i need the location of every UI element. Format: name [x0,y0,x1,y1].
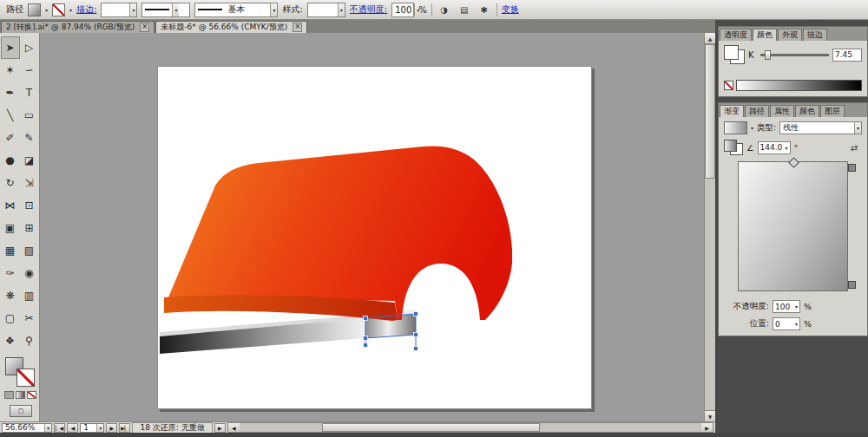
close-icon[interactable]: × [293,23,302,32]
none-button[interactable] [27,391,36,399]
pen-tool-icon[interactable]: ✒ [1,82,20,104]
status-flyout-icon[interactable]: ▶ [214,423,226,433]
dropdown-arrow-icon[interactable]: ▾ [795,321,798,327]
perspective-grid-tool-icon[interactable]: ⊞ [20,217,39,239]
blend-tool-icon[interactable]: ◉ [20,262,39,284]
k-slider[interactable] [760,49,829,60]
stroke-dropdown-icon[interactable]: ▾ [69,7,72,13]
color-button[interactable] [4,391,14,399]
dropdown-arrow-icon[interactable]: ▾ [270,3,277,16]
k-slider-thumb[interactable] [765,50,771,60]
opacity-field[interactable]: 100 ▾ [391,3,414,17]
scale-tool-icon[interactable]: ⇲ [20,172,39,194]
scroll-right-icon[interactable]: ▶ [701,423,713,432]
dropdown-arrow-icon[interactable]: ▾ [96,424,103,432]
none-color-swatch[interactable] [724,81,733,90]
direct-selection-tool-icon[interactable]: ▷ [20,36,39,59]
eraser-tool-icon[interactable]: ◪ [20,149,39,172]
symbol-sprayer-tool-icon[interactable]: ❋ [1,284,20,307]
rectangle-tool-icon[interactable]: ▭ [20,104,39,127]
width-tool-icon[interactable]: ⋈ [1,194,20,217]
transform-link[interactable]: 变换 [502,3,519,16]
gradient-tool-icon[interactable]: ▧ [20,239,39,262]
opacity-link[interactable]: 不透明度: [350,3,387,16]
anchor-point[interactable] [364,343,368,348]
anchor-point[interactable] [364,316,368,321]
reverse-gradient-icon[interactable]: ⇄ [846,140,862,155]
red-shape-body[interactable] [168,146,512,320]
graphic-style-dropdown[interactable]: ▾ [307,3,345,17]
artboard-number-field[interactable]: 1 ▾ [80,423,104,433]
column-graph-tool-icon[interactable]: ▥ [20,284,39,307]
gradient-ramp-preview[interactable] [738,161,848,291]
brush-definition-dropdown[interactable]: 基本 ▾ [194,3,278,17]
fill-color-swatch[interactable] [28,3,41,16]
tab-layers[interactable]: 图层 [820,105,845,117]
width-profile-dropdown[interactable]: ▾ [141,3,190,17]
dropdown-arrow-icon[interactable]: ▾ [338,3,345,16]
gradient-menu-arrow-icon[interactable]: ▾ [751,125,753,131]
document-tab-2[interactable]: 未标题-6* @ 56.66% (CMYK/预览) × [155,21,307,33]
free-transform-tool-icon[interactable]: ⊡ [20,194,39,217]
lasso-tool-icon[interactable]: ∽ [20,59,39,82]
tab-attributes[interactable]: 属性 [770,105,794,117]
gradient-swatch-thumbnail[interactable] [724,121,747,134]
tab-path[interactable]: 路径 [745,105,769,117]
type-tool-icon[interactable]: T [20,82,39,104]
selection-tool-icon[interactable]: ➤ [1,36,20,59]
slice-tool-icon[interactable]: ✂ [20,307,39,329]
magic-wand-tool-icon[interactable]: ✶ [1,59,20,82]
canvas-area[interactable]: ▲ ▼ [40,33,715,421]
last-artboard-icon[interactable]: ▶▏ [119,423,130,433]
rotate-tool-icon[interactable]: ↻ [1,172,20,194]
tab-gradient[interactable]: 渐变 [720,105,744,117]
tab-color[interactable]: 颜色 [753,29,777,41]
stroke-color-swatch[interactable] [52,3,65,16]
line-tool-icon[interactable]: ╲ [1,104,20,127]
dropdown-arrow-icon[interactable]: ▾ [795,303,798,310]
tab-color2[interactable]: 颜色 [795,105,819,117]
stroke-weight-dropdown[interactable]: ▾ [101,3,137,17]
artboard[interactable] [157,66,592,409]
preferences-icon[interactable]: ✱ [477,3,492,17]
artboard-tool-icon[interactable]: ▢ [1,307,20,329]
hand-tool-icon[interactable]: ❖ [1,329,20,352]
dropdown-arrow-icon[interactable]: ▾ [786,145,788,151]
dropdown-arrow-icon[interactable]: ▾ [129,3,136,16]
gradient-midpoint-marker[interactable] [788,157,799,168]
tab-stroke[interactable]: 描边 [803,29,827,41]
gradient-stop-icon[interactable] [848,164,856,172]
previous-artboard-icon[interactable]: ◀ [67,423,78,433]
dropdown-arrow-icon[interactable]: ▾ [44,424,51,432]
screen-mode-button[interactable]: ▢ [10,405,32,417]
gradient-position-field[interactable]: 0 ▾ [773,317,800,330]
first-artboard-icon[interactable]: ▏◀ [54,423,65,433]
anchor-point[interactable] [414,347,418,351]
grayscale-ramp[interactable] [736,80,862,91]
k-slider-track[interactable] [760,54,829,56]
zoom-dropdown[interactable]: 56.66% ▾ [2,423,52,433]
gradient-type-dropdown[interactable]: 线性 ▾ [779,121,862,134]
scroll-up-icon[interactable]: ▲ [705,33,715,44]
gradient-stop-icon[interactable] [848,281,856,289]
mesh-tool-icon[interactable]: ▦ [1,239,20,262]
close-icon[interactable]: × [140,23,149,32]
scroll-left-icon[interactable]: ◀ [228,423,240,432]
stroke-proxy-swatch[interactable] [16,369,35,387]
tab-appearance[interactable]: 外观 [778,29,802,41]
fill-dropdown-icon[interactable]: ▾ [45,7,48,13]
eyedropper-tool-icon[interactable]: ✑ [1,262,20,284]
stroke-link[interactable]: 描边: [76,3,96,16]
next-artboard-icon[interactable]: ▶ [106,423,117,433]
vertical-scroll-thumb[interactable] [705,44,715,179]
dropdown-arrow-icon[interactable]: ▾ [172,3,179,16]
fill-proxy[interactable] [724,45,739,60]
gradient-button[interactable] [16,391,25,399]
gradient-fill-stroke-icons[interactable] [724,140,743,155]
horizontal-scrollbar[interactable]: ◀ ▶ [227,422,713,433]
anchor-point[interactable] [414,312,418,316]
anchor-point[interactable] [414,333,418,337]
paintbrush-tool-icon[interactable]: ✐ [1,127,20,149]
gradient-angle-field[interactable]: 144.0 ▾ [758,141,791,154]
blob-brush-tool-icon[interactable]: ● [1,149,20,172]
